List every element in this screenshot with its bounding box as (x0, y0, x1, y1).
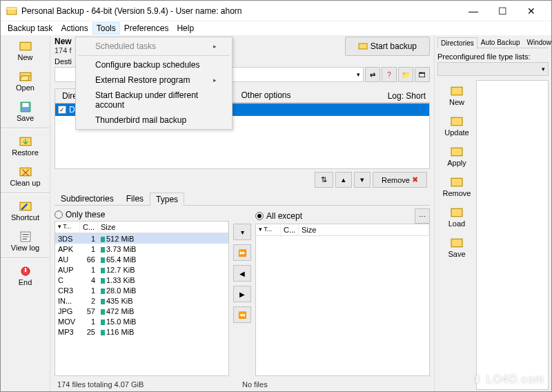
type-move-buttons: ▾ ⏩ ◀ ▶ ⏪ (233, 208, 251, 376)
status-left: 174 files totaling 4.07 GiB (57, 380, 242, 389)
svg-rect-18 (451, 239, 462, 246)
log-mode-label[interactable]: Log: Short (384, 90, 430, 102)
left-viewlog-button[interactable]: View log (1, 226, 50, 256)
close-button[interactable]: ✕ (517, 1, 546, 21)
subtab-files[interactable]: Files (120, 192, 150, 205)
left-end-button[interactable]: End (1, 260, 50, 291)
move-left-button[interactable]: ▶ (233, 286, 251, 302)
move-right-button[interactable]: ◀ (233, 265, 251, 282)
dir-movedown-button[interactable]: ▾ (354, 172, 371, 188)
svg-rect-13 (451, 87, 462, 95)
svg-rect-12 (359, 43, 367, 49)
right-load-button[interactable]: Load (437, 207, 476, 228)
task-name-label: New (55, 37, 72, 46)
left-restore-button[interactable]: Restore (1, 130, 50, 161)
preconfigured-list[interactable] (476, 80, 549, 390)
toolbar-separator (1, 257, 50, 259)
right-new-button[interactable]: New (437, 86, 476, 106)
watermark: ⬇ LO4D.com (473, 373, 544, 386)
menu-thunderbird-backup[interactable]: Thunderbird mail backup (77, 112, 230, 128)
only-these-list[interactable]: ▾ T...C...Size 3DS1512 MiBAPK13.73 MiBAU… (55, 221, 229, 376)
dir-moveup-button[interactable]: ▴ (335, 172, 352, 188)
only-these-radio[interactable]: Only these (55, 208, 229, 221)
dest-help-button[interactable]: ? (382, 67, 397, 82)
rtab-autobackup[interactable]: Auto Backup (477, 37, 524, 48)
svg-rect-14 (451, 117, 462, 125)
window-title: Personal Backup - 64-bit (Version 5.9.4)… (21, 6, 459, 16)
right-tabs: Directories Auto Backup Windows Schedule… (437, 37, 549, 48)
svg-rect-17 (451, 208, 462, 216)
dest-explorer-button[interactable]: 🗔 (415, 67, 430, 82)
left-open-button[interactable]: Open (1, 66, 50, 96)
move-top-button[interactable]: ▾ (233, 224, 251, 240)
menu-separator (78, 55, 230, 56)
submenu-arrow-icon: ▸ (213, 43, 217, 50)
type-row[interactable]: IN...2435 KiB (55, 295, 228, 306)
svg-rect-7 (20, 168, 31, 175)
move-all-left-button[interactable]: ⏪ (233, 306, 251, 323)
right-update-button[interactable]: Update (437, 116, 476, 137)
type-row[interactable]: CR3128.0 MiB (55, 285, 228, 295)
files-count-label: 174 f (55, 46, 72, 55)
toolbar-separator (1, 128, 50, 129)
dest-toggle-button[interactable]: ⇄ (365, 67, 380, 82)
remove-icon: ✖ (412, 175, 418, 184)
type-row[interactable]: JPG57472 MiB (55, 306, 228, 316)
menu-tools[interactable]: Tools (92, 22, 120, 35)
preconfigured-label: Preconfigured file type lists: (437, 52, 549, 61)
move-all-right-button[interactable]: ⏩ (233, 244, 251, 261)
type-row[interactable]: APK13.73 MiB (55, 244, 228, 254)
tab-other-options[interactable]: Other options (233, 88, 298, 102)
right-remove-button[interactable]: Remove (437, 177, 476, 197)
left-save-button[interactable]: Save (1, 96, 50, 126)
dest-browse-button[interactable]: 📁 (398, 67, 413, 82)
submenu-arrow-icon: ▸ (213, 77, 217, 84)
subtab-subdirectories[interactable]: Subdirectories (55, 192, 120, 205)
menu-external-restore[interactable]: External Restore program▸ (77, 72, 230, 88)
menu-help[interactable]: Help (172, 22, 198, 35)
start-backup-button[interactable]: Start backup (345, 37, 430, 56)
chevron-down-icon: ▾ (357, 71, 360, 78)
sub-tabs: Subdirectories Files Types (55, 192, 430, 206)
tools-dropdown: Scheduled tasks▸ Configure backup schedu… (75, 37, 233, 130)
menu-actions[interactable]: Actions (57, 22, 92, 35)
left-new-button[interactable]: New (1, 35, 50, 66)
menu-backup-task[interactable]: Backup task (3, 22, 57, 35)
type-row[interactable]: AU6665.4 MiB (55, 254, 228, 264)
maximize-button[interactable]: ☐ (488, 1, 517, 21)
radio-icon (55, 210, 63, 219)
dir-remove-button[interactable]: Remove✖ (373, 172, 427, 188)
left-toolbar: New Open Save Restore Clean up Shortcut … (1, 35, 50, 391)
svg-rect-15 (451, 148, 462, 155)
status-right: No files (242, 380, 427, 389)
svg-rect-11 (25, 268, 26, 272)
type-row[interactable]: C41.33 KiB (55, 275, 228, 285)
preconfigured-combo[interactable]: ▾ (437, 62, 549, 76)
rtab-scheduler[interactable]: Windows Scheduler (524, 37, 552, 48)
destination-label: Desti (55, 57, 72, 66)
all-except-radio[interactable]: All except (255, 210, 302, 222)
right-apply-button[interactable]: Apply (437, 146, 476, 167)
rtab-directories[interactable]: Directories (437, 37, 477, 48)
menu-configure-schedules[interactable]: Configure backup schedules (77, 57, 230, 72)
subtab-types[interactable]: Types (150, 193, 184, 206)
type-row[interactable]: 3DS1512 MiB (55, 233, 228, 244)
minimize-button[interactable]: — (459, 1, 488, 21)
menu-scheduled-tasks[interactable]: Scheduled tasks▸ (77, 39, 230, 54)
dir-settings-button[interactable]: ⇅ (315, 172, 333, 188)
menu-preferences[interactable]: Preferences (120, 22, 173, 35)
checkbox-icon[interactable]: ✓ (58, 106, 66, 114)
menu-bar: Backup task Actions Tools Preferences He… (1, 21, 551, 35)
svg-rect-1 (7, 8, 17, 10)
right-save-button[interactable]: Save (437, 237, 476, 258)
svg-rect-2 (20, 42, 31, 50)
left-cleanup-button[interactable]: Clean up (1, 161, 50, 191)
type-row[interactable]: MP325116 MiB (55, 326, 228, 337)
type-row[interactable]: MOV115.0 MiB (55, 316, 228, 326)
menu-start-backup-different[interactable]: Start Backup under different account (77, 88, 230, 112)
left-shortcut-button[interactable]: Shortcut (1, 195, 50, 226)
app-icon (6, 6, 17, 17)
type-edit-button[interactable]: ⋯ (415, 208, 430, 224)
all-except-list[interactable]: ▾ T...C...Size (255, 224, 430, 376)
type-row[interactable]: AUP112.7 KiB (55, 264, 228, 275)
